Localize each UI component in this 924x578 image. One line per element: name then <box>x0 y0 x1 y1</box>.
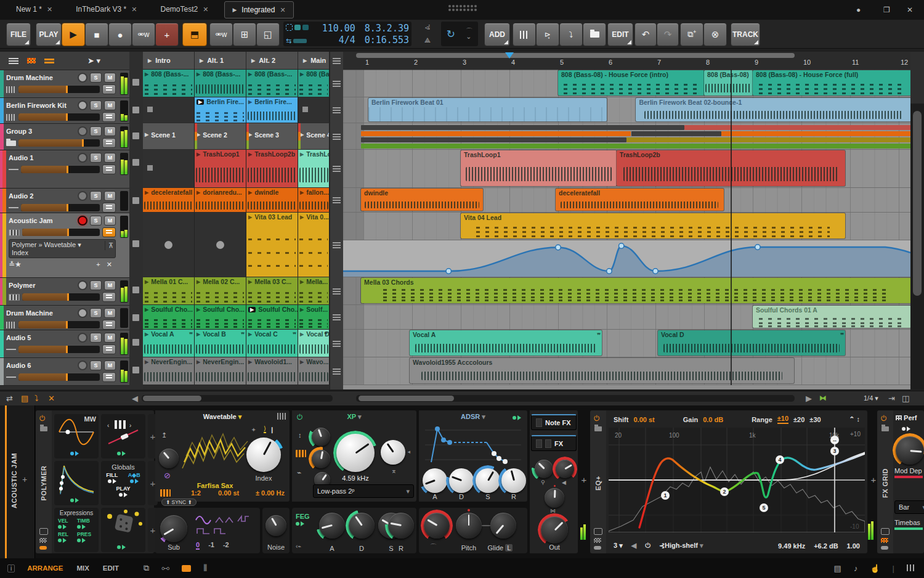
scene-header[interactable]: ▶Alt. 2 <box>246 52 298 70</box>
fxgrid-preset-icon[interactable] <box>881 426 889 431</box>
mute-button[interactable]: M <box>104 280 116 290</box>
noise-knob[interactable] <box>265 515 286 536</box>
arrange-view-button[interactable]: ARRANGE <box>27 564 63 572</box>
random-dice-mod-cell[interactable] <box>101 508 145 552</box>
scene-list-icon[interactable] <box>333 58 341 64</box>
overdub-button[interactable]: + <box>155 23 179 46</box>
clip-cell[interactable]: ▶Berlin Fire... <box>246 97 298 123</box>
vertical-scrollbar[interactable] <box>910 104 924 389</box>
arranger-clip[interactable]: TrashLoop1 <box>461 150 617 186</box>
vel-mod[interactable]: VEL <box>58 518 76 530</box>
arranger-clip[interactable]: Mella 03 Chords <box>361 278 910 303</box>
snap-end-icon[interactable]: ⇥ <box>888 394 895 403</box>
volume-slider[interactable] <box>18 139 100 147</box>
pres-mod[interactable]: PRES <box>77 531 95 543</box>
osc-phase-icon[interactable]: ⊘ <box>164 471 171 480</box>
clip-play-icon[interactable]: ▶ <box>300 152 304 157</box>
volume-slider[interactable] <box>21 204 100 211</box>
clip-play-icon[interactable]: ▶ <box>248 307 256 312</box>
note-io-icon[interactable]: ♪ <box>854 564 858 573</box>
arranger-clip[interactable]: 808 (Bass-08) - House Force (full) <box>753 70 910 96</box>
globals-mod-cell[interactable]: Globals FILL A◆B PLAY <box>101 461 145 505</box>
clip-cell[interactable]: ▶Vita 03 Lead <box>246 213 298 277</box>
clip-cell[interactable]: ▶dwindle <box>246 188 298 212</box>
cutoff-knob[interactable] <box>336 434 375 472</box>
track-menu-button[interactable] <box>102 292 116 302</box>
playhead[interactable] <box>731 70 732 385</box>
row-scene-icon[interactable] <box>333 314 341 320</box>
play-marker-button[interactable]: ⊳̟ <box>536 23 559 46</box>
arranger-clip[interactable]: Vita 04 Lead <box>461 213 845 238</box>
clip-mode-button[interactable]: ◱ <box>256 23 280 46</box>
feg-r-knob[interactable] <box>388 513 414 539</box>
eq-preset-icon[interactable] <box>594 426 602 431</box>
transport-mode-icons[interactable]: ⇆ <box>283 22 318 46</box>
clip-cell[interactable]: ▶808 (Bass-... <box>143 70 195 97</box>
stop-button[interactable]: ■ <box>85 23 108 46</box>
zoom-fit-icon[interactable]: ◫ <box>902 394 909 403</box>
mod-wheel-cell[interactable]: MW <box>54 414 99 458</box>
clip-play-icon[interactable]: ▶ <box>145 71 148 77</box>
record-arm-button[interactable] <box>78 100 87 110</box>
automation-point[interactable] <box>755 245 760 250</box>
clip-stop-button[interactable] <box>132 197 139 204</box>
filter-power-icon[interactable]: ⏻ <box>297 413 303 421</box>
feg-d-knob[interactable] <box>349 513 375 539</box>
record-clip-slot[interactable] <box>195 213 246 277</box>
automation-curve[interactable] <box>343 240 910 277</box>
arranger-clip[interactable]: deceleratefall <box>556 189 724 211</box>
crossfade-icon[interactable]: ⇄ <box>6 394 13 403</box>
clip-cell[interactable]: ▶Mella... <box>298 277 330 304</box>
osc-hz-value[interactable]: ± 0.00 Hz <box>256 489 285 497</box>
add-track-button[interactable]: ADD <box>484 23 510 46</box>
metronome-controls[interactable]: ◃⁞⟁ <box>416 23 439 44</box>
fxgrid-perf-tab[interactable]: Perf <box>893 410 924 425</box>
clip-stop-button[interactable] <box>132 339 139 346</box>
mute-button[interactable]: M <box>104 73 116 83</box>
solo-button[interactable]: S <box>90 126 102 136</box>
window-close-icon[interactable]: ✕ <box>907 6 913 14</box>
arranger-clip[interactable]: 808 (Bass-08) - House Force (intro) <box>558 70 704 96</box>
close-lane-button[interactable]: ✕ <box>107 261 112 269</box>
wavetable-name[interactable]: Farfisa Sax <box>181 482 249 489</box>
launcher-panel-toggle-icon[interactable] <box>182 565 191 572</box>
track-header-audio-1[interactable]: Audio 1SM <box>0 150 129 189</box>
pitch-knob[interactable] <box>456 513 482 539</box>
tab-close-icon[interactable]: ✕ <box>47 6 52 14</box>
record-arm-button[interactable] <box>78 280 87 290</box>
adsr-envelope-display[interactable] <box>425 424 521 465</box>
volume-slider[interactable] <box>22 293 100 301</box>
clip-cell[interactable]: ▶Vocal A▾▾ <box>143 330 195 357</box>
clip-play-icon[interactable]: ▶ <box>248 71 252 77</box>
track-menu-button[interactable] <box>102 138 116 148</box>
clip-play-icon[interactable]: ▶ <box>197 99 204 105</box>
insert-arrow-button[interactable]: ⤵ <box>559 23 583 46</box>
volume-slider[interactable] <box>18 373 100 381</box>
eq-curve-display[interactable]: 20 100 1k 10k +10 -10 1 2 4 5 3 ↔ <box>609 428 865 532</box>
mute-button[interactable]: M <box>104 216 116 226</box>
tempo-display[interactable]: 110.00 <box>318 23 355 35</box>
wavetable-display[interactable] <box>181 425 249 481</box>
eq-power-icon[interactable]: ⏻ <box>594 414 600 423</box>
automation-point[interactable] <box>619 243 624 248</box>
clip-play-icon[interactable]: ▶ <box>300 359 304 365</box>
row-scene-icon[interactable] <box>333 242 341 248</box>
eq-band-power-icon[interactable]: ⏻ <box>645 542 650 550</box>
track-menu-button[interactable] <box>102 84 116 94</box>
expressions-mod-cell[interactable]: Expressions VEL TIMB REL PRES <box>54 508 99 552</box>
arranger-clip[interactable]: Berlin Firework Beat 02-bounce-1 <box>636 98 910 121</box>
arranger-toggle-icon[interactable] <box>44 59 54 63</box>
clip-cell[interactable]: ▶Mella 03 C... <box>246 277 298 304</box>
row-scene-icon[interactable] <box>333 197 341 203</box>
automation-write-button[interactable]: ⚮w <box>132 23 155 46</box>
record-arm-button[interactable] <box>78 153 87 163</box>
eq-range-20[interactable]: ±20 <box>793 416 804 423</box>
fxgrid-display-icon[interactable] <box>881 528 890 535</box>
fxgrid-mod-depth-knob[interactable] <box>896 436 924 465</box>
clip-cell[interactable]: ▶Mella 02 C... <box>195 277 246 304</box>
project-tab[interactable]: ▶Integrated✕ <box>224 1 293 18</box>
adsr-mod-arrow-icon[interactable] <box>513 415 521 420</box>
mute-button[interactable]: M <box>104 308 116 318</box>
track-header-berlin-firework-kit[interactable]: Berlin Firework KitSM <box>0 98 129 124</box>
clip-stop-button[interactable] <box>132 107 139 113</box>
